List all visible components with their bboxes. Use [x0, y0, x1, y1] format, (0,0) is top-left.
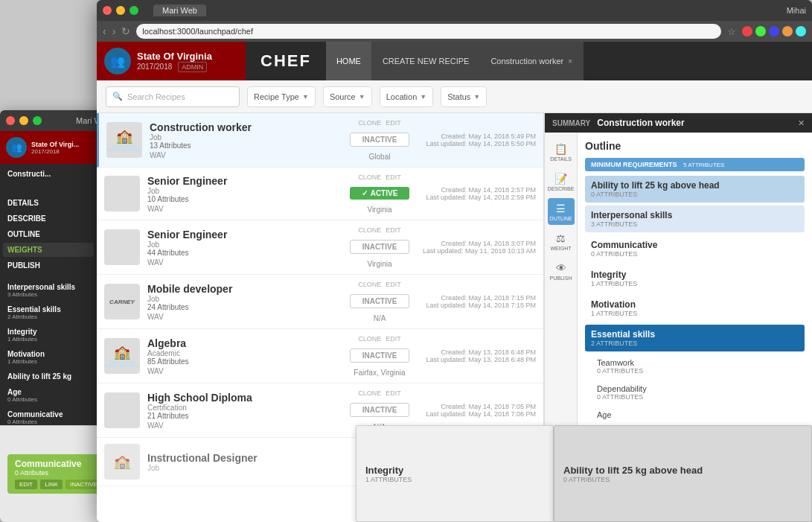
- recipe-meta-1: Created: May 14, 2018 5:49 PM Last updat…: [417, 133, 536, 147]
- back-item-essential[interactable]: Essential skills 2 Attributes: [3, 302, 94, 323]
- clone-action-5[interactable]: CLONE: [358, 335, 381, 343]
- back-sidebar-item[interactable]: DESCRIBE: [3, 211, 94, 226]
- recipe-type-filter[interactable]: Recipe Type ▼: [247, 86, 316, 107]
- window-controls: [103, 6, 138, 15]
- edit-action-1[interactable]: EDIT: [386, 119, 401, 127]
- edit-action-4[interactable]: EDIT: [386, 281, 401, 288]
- clone-action-3[interactable]: CLONE: [358, 226, 381, 234]
- edit-action-3[interactable]: EDIT: [386, 226, 401, 234]
- ext-icon-5[interactable]: [796, 26, 806, 36]
- outline-item-interpersonal[interactable]: Interpersonal skills 3 ATTRIBUTES: [585, 206, 805, 232]
- back-maximize-dot[interactable]: [33, 116, 42, 125]
- status-filter[interactable]: Status ▼: [441, 86, 487, 107]
- back-sidebar-item[interactable]: OUTLINE: [3, 227, 94, 241]
- back-sidebar-item[interactable]: Constructi...: [3, 167, 94, 181]
- fairfax-text-1: Fairfax County PUBLIC SCHOOLS: [106, 144, 142, 153]
- admin-badge: ADMIN: [178, 62, 207, 72]
- recipe-source-2: WAV: [147, 205, 342, 213]
- nav-describe[interactable]: 📝 DESCRIBE: [548, 168, 575, 195]
- recipe-item-4[interactable]: CARNEY Mobile developer Job 24 Attribute…: [97, 275, 543, 329]
- outline-sub-age[interactable]: Age: [585, 407, 805, 423]
- back-sidebar-item[interactable]: PUBLISH: [3, 258, 94, 273]
- outline-item-ability[interactable]: Ability to lift 25 kg above head 0 ATTRI…: [585, 176, 805, 203]
- ext-icon-1[interactable]: [742, 26, 752, 36]
- edit-action-2[interactable]: EDIT: [386, 174, 401, 181]
- nav-home[interactable]: HOME: [326, 42, 372, 80]
- back-item-motivation[interactable]: Motivation 1 Attributes: [3, 347, 94, 368]
- clone-action-2[interactable]: CLONE: [358, 174, 381, 181]
- back-item-interpersonal[interactable]: Interpersonal skills 3 Attributes: [3, 280, 94, 301]
- weight-icon: ⚖: [556, 232, 566, 244]
- edit-action-6[interactable]: EDIT: [386, 389, 401, 397]
- minimize-dot[interactable]: [116, 6, 125, 15]
- recipe-item-3[interactable]: ⊙ Senior Engineer Job 44 Attributes WAV …: [97, 220, 543, 275]
- clone-action-6[interactable]: CLONE: [358, 389, 381, 397]
- details-label: DETAILS: [550, 156, 572, 162]
- outline-sub-teamwork[interactable]: Teamwork 0 ATTRIBUTES: [585, 354, 805, 378]
- recipe-item-1[interactable]: 🏫 Fairfax County PUBLIC SCHOOLS Construc…: [97, 113, 543, 168]
- nav-details[interactable]: 📋 DETAILS: [548, 139, 575, 165]
- outline-item-motivation[interactable]: Motivation 1 ATTRIBUTES: [585, 295, 805, 322]
- ext-icon-2[interactable]: [755, 26, 766, 36]
- summary-close-button[interactable]: ✕: [798, 118, 805, 128]
- back-sidebar-items: Constructi... DETAILS DESCRIBE OUTLINE W…: [0, 164, 97, 433]
- source-filter[interactable]: Source ▼: [323, 86, 372, 107]
- nav-outline[interactable]: ☰ OUTLINE: [548, 198, 575, 225]
- back-item-ability[interactable]: Ability to lift 25 kg: [3, 369, 94, 383]
- nav-publish[interactable]: 👁 PUBLISH: [548, 258, 575, 284]
- browser-tab[interactable]: Mari Web: [153, 4, 206, 16]
- user-name: Mihai: [787, 6, 806, 15]
- clone-action-1[interactable]: CLONE: [358, 119, 381, 127]
- recipe-meta-3: Created: May 14, 2018 3:07 PM Last updat…: [417, 240, 536, 255]
- recipe-source-5: WAV: [147, 367, 342, 375]
- recipe-location-2: Virginia: [367, 206, 391, 214]
- source-arrow: ▼: [359, 93, 365, 101]
- integrity-floating-panel: Integrity 1 ATTRIBUTES: [356, 425, 554, 522]
- close-dot[interactable]: [103, 6, 112, 15]
- ext-icon-3[interactable]: [769, 26, 779, 36]
- forward-button[interactable]: ›: [112, 25, 116, 37]
- edit-action-5[interactable]: EDIT: [386, 335, 401, 343]
- recipe-status-5: CLONE EDIT INACTIVE Fairfax, Virginia: [350, 335, 409, 377]
- back-sidebar-item-weights[interactable]: WEIGHTS: [3, 243, 94, 257]
- back-item-age[interactable]: Age 0 Attributes: [3, 385, 94, 406]
- outline-item-essential[interactable]: Essential skills 2 ATTRIBUTES: [585, 325, 805, 351]
- recipe-logo-3: ⊙: [104, 229, 140, 265]
- ability-name: Ability to lift 25 kg above head: [591, 180, 799, 191]
- recipe-item-2[interactable]: ⊙ Senior Engineer Job 10 Attributes WAV …: [97, 168, 543, 220]
- refresh-button[interactable]: ↻: [121, 25, 130, 37]
- app-title: CHEF: [260, 51, 311, 71]
- summary-header-text: SUMMARY Construction worker: [552, 118, 685, 128]
- describe-icon: 📝: [554, 173, 567, 185]
- back-minimize-dot[interactable]: [19, 116, 28, 125]
- search-placeholder: Search Recipes: [127, 92, 185, 101]
- nav-weight[interactable]: ⚖ WEIGHT: [548, 228, 575, 255]
- outline-sub-dependability[interactable]: Dependability 0 ATTRIBUTES: [585, 381, 805, 404]
- outline-item-communicative[interactable]: Communicative 0 ATTRIBUTES: [585, 235, 805, 262]
- weight-label: WEIGHT: [551, 246, 572, 251]
- recipe-item-5[interactable]: 🏫 Fairfax County PUBLIC SCHOOLS Algebra …: [97, 329, 543, 383]
- bookmark-star[interactable]: ☆: [727, 26, 736, 37]
- nav-recipe-tab[interactable]: Construction worker ×: [480, 42, 584, 80]
- clone-action-4[interactable]: CLONE: [358, 281, 381, 288]
- url-bar[interactable]: localhost:3000/launchpad/chef: [136, 24, 721, 39]
- back-close-dot[interactable]: [6, 116, 15, 125]
- motivation-name: Motivation: [591, 299, 799, 310]
- back-button[interactable]: ‹: [103, 25, 106, 37]
- back-item-integrity-title: Integrity: [7, 328, 89, 336]
- recipe-tab-close[interactable]: ×: [568, 57, 572, 66]
- recipe-meta-5: Created: May 13, 2018 6:48 PM Last updat…: [417, 348, 536, 363]
- link-btn[interactable]: LINK: [40, 480, 63, 489]
- outline-item-integrity[interactable]: Integrity 1 ATTRIBUTES: [585, 265, 805, 292]
- back-item-integrity[interactable]: Integrity 1 Attributes: [3, 325, 94, 346]
- location-filter[interactable]: Location ▼: [380, 86, 434, 107]
- recipe-type-3: Job: [147, 241, 342, 249]
- edit-btn[interactable]: EDIT: [15, 480, 37, 489]
- ext-icon-4[interactable]: [782, 26, 793, 36]
- maximize-dot[interactable]: [130, 6, 138, 15]
- search-box[interactable]: 🔍 Search Recipes: [106, 86, 240, 107]
- summary-recipe-name: Construction worker: [597, 118, 684, 128]
- recipe-type-4: Job: [147, 295, 342, 303]
- nav-create[interactable]: CREATE NEW RECIPE: [372, 42, 481, 80]
- back-sidebar-item[interactable]: DETAILS: [3, 196, 94, 210]
